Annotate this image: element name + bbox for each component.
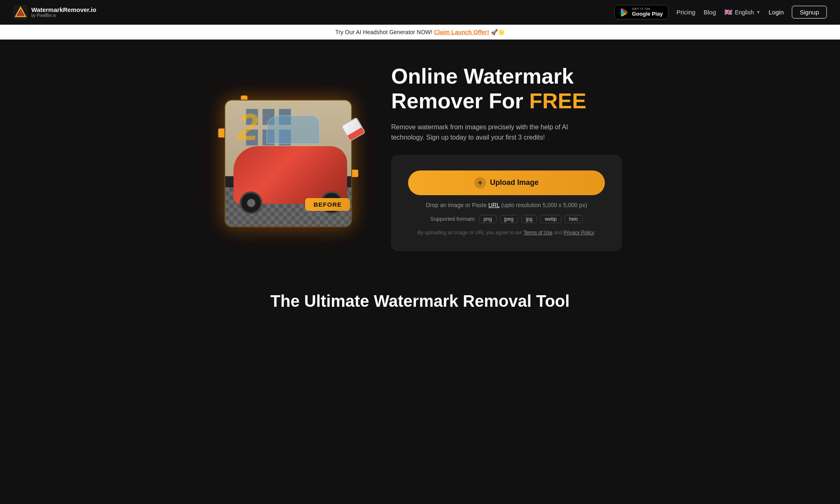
format-png: png [479, 215, 497, 223]
upload-card: + Upload Image Drop an image or Paste UR… [391, 155, 622, 251]
plus-icon: + [474, 177, 486, 189]
hero-title-free: FREE [529, 89, 586, 113]
bottom-title: The Ultimate Watermark Removal Tool [33, 292, 807, 310]
logo-subtitle: by PixelBin.io [31, 13, 96, 18]
language-selector[interactable]: 🇬🇧 English ▼ [724, 8, 761, 16]
hero-title-line1: Online Watermark [391, 64, 574, 88]
google-play-text: GET IT ON Google Play [632, 7, 663, 17]
announcement-bar: Try Our AI Headshot Generator NOW! Claim… [0, 25, 840, 40]
navbar-right: GET IT ON Google Play Pricing Blog 🇬🇧 En… [614, 5, 827, 19]
login-button[interactable]: Login [769, 9, 784, 16]
eraser-icon [344, 120, 362, 138]
format-heic: heic [565, 215, 583, 223]
before-card: 2 BEFORE [218, 87, 358, 227]
hero-title: Online Watermark Remover For FREE [391, 64, 622, 114]
navbar: WatermarkRemover.io by PixelBin.io [0, 0, 840, 25]
terms-dot: . [594, 230, 595, 236]
upload-image-button[interactable]: + Upload Image [408, 170, 605, 195]
terms-text-before: By uploading an image or URL you agree t… [418, 230, 523, 236]
format-webp: webp [540, 215, 561, 223]
format-jpeg: jpeg [500, 215, 518, 223]
flag-icon: 🇬🇧 [724, 8, 733, 16]
terms-and: and [553, 230, 564, 236]
logo-text: WatermarkRemover.io by PixelBin.io [31, 7, 96, 18]
drop-text: Drop an image or Paste URL (upto resolut… [408, 202, 605, 208]
hero-description: Remove watermark from images precisely w… [391, 122, 589, 143]
window-1 [246, 109, 258, 125]
hero-title-line2-normal: Remover For [391, 89, 529, 113]
announcement-text: Try Our AI Headshot Generator NOW! [335, 29, 432, 35]
google-play-icon [620, 8, 629, 17]
signup-button[interactable]: Signup [792, 6, 827, 19]
before-label: BEFORE [305, 198, 350, 211]
hero-section: 2 BEFORE Online Watermark Remover For FR… [152, 40, 688, 267]
logo-title: WatermarkRemover.io [31, 7, 96, 14]
bottom-section: The Ultimate Watermark Removal Tool [0, 267, 840, 327]
drop-text-before: Drop an image or Paste [426, 202, 488, 208]
pricing-link[interactable]: Pricing [677, 9, 695, 16]
announcement-link[interactable]: Claim Launch Offer! [434, 29, 489, 35]
privacy-policy-link[interactable]: Privacy Policy [564, 230, 594, 236]
navbar-left: WatermarkRemover.io by PixelBin.io [13, 5, 96, 20]
car-windshield [266, 115, 320, 144]
upload-button-label: Upload Image [490, 178, 539, 187]
blog-link[interactable]: Blog [704, 9, 716, 16]
window-4 [246, 129, 258, 146]
language-label: English [735, 9, 754, 16]
terms-text: By uploading an image or URL you agree t… [408, 230, 605, 236]
url-link[interactable]: URL [488, 202, 500, 208]
google-play-big-label: Google Play [632, 11, 663, 17]
logo-icon [13, 5, 28, 20]
drop-text-after: (upto resolution 5,000 x 5,000 px) [499, 202, 587, 208]
formats-label: Supported formats: [430, 216, 476, 222]
announcement-emoji: 🚀🌟 [491, 29, 505, 35]
terms-of-use-link[interactable]: Terms of Use [523, 230, 553, 236]
eraser-shape [341, 117, 366, 142]
google-play-button[interactable]: GET IT ON Google Play [614, 5, 668, 19]
chevron-down-icon: ▼ [756, 10, 761, 14]
hero-right: Online Watermark Remover For FREE Remove… [391, 64, 622, 251]
format-jpg: jpg [521, 215, 537, 223]
formats-row: Supported formats: png jpeg jpg webp hei… [408, 215, 605, 223]
